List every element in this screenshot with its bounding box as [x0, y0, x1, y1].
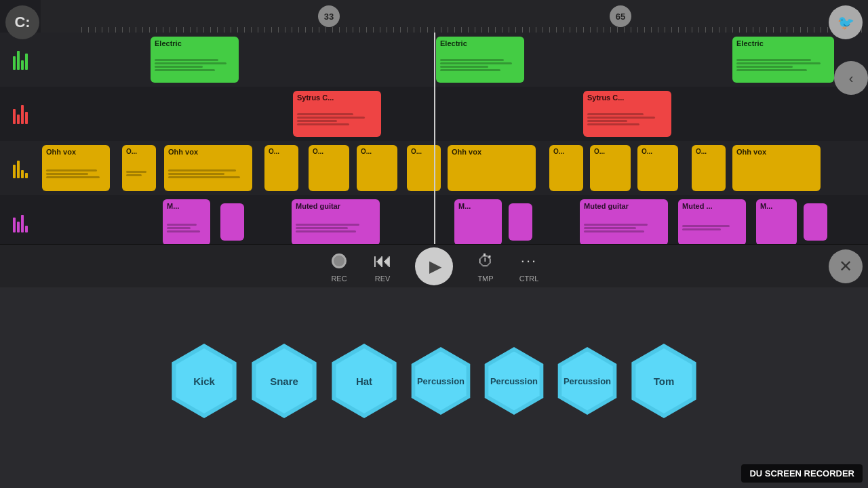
tick-mark	[692, 27, 692, 33]
pad-tom[interactable]: Tom	[627, 344, 701, 418]
playhead	[434, 33, 435, 244]
pad-snare-wrapper: Snare	[247, 344, 321, 418]
clip-ohh-5[interactable]: O...	[309, 145, 349, 191]
timeline-marker-65: 65	[610, 5, 631, 27]
tick-mark	[481, 27, 482, 33]
tick-mark	[108, 27, 109, 33]
tick-mark	[604, 27, 604, 33]
control-bar: REC ⏮ REV ▶ ⏱ TMP ··· CTRL	[0, 244, 868, 287]
pad-kick[interactable]: Kick	[167, 344, 241, 418]
clip-muted-2[interactable]	[220, 203, 244, 241]
tmp-button[interactable]: ⏱ TMP	[475, 250, 496, 283]
tick-mark	[651, 27, 652, 33]
track-electric-icon	[0, 33, 41, 87]
clip-ohh-10[interactable]: O...	[590, 145, 631, 191]
clip-ohh-2[interactable]: O...	[122, 145, 156, 191]
pad-hat-inner: Hat	[332, 348, 397, 413]
timeline: 33 65 (function(){ const tl = document.g…	[41, 0, 868, 33]
tick-mark	[414, 27, 414, 33]
tick-mark	[203, 27, 204, 33]
clip-electric-3[interactable]: Electric	[732, 37, 834, 83]
tick-mark	[495, 27, 496, 33]
close-button[interactable]: ✕	[829, 249, 863, 283]
pad-snare[interactable]: Snare	[247, 344, 321, 418]
clip-electric-2[interactable]: Electric	[436, 37, 524, 83]
tick-mark	[658, 27, 658, 33]
clip-muted-5[interactable]	[509, 203, 532, 241]
tick-mark	[814, 27, 814, 33]
tick-mark	[353, 27, 353, 33]
tick-mark	[821, 27, 821, 33]
pad-hat[interactable]: Hat	[327, 344, 401, 418]
play-button[interactable]: ▶	[415, 247, 453, 285]
tick-mark	[278, 27, 279, 33]
clip-ohh-13[interactable]: Ohh vox	[732, 145, 821, 191]
clip-ohh-8[interactable]: Ohh vox	[448, 145, 536, 191]
clip-ohh-7[interactable]: O...	[407, 145, 441, 191]
pads-area: Kick Snare Hat	[0, 287, 868, 488]
pad-kick-wrapper: Kick	[167, 344, 241, 418]
tick-mark	[536, 27, 536, 33]
right-nav: ‹	[834, 61, 868, 95]
clip-ohh-1[interactable]: Ohh vox	[42, 145, 110, 191]
pad-snare-inner: Snare	[252, 348, 317, 413]
app-logo[interactable]: C:	[5, 5, 39, 39]
tick-mark	[502, 27, 502, 33]
track-ohh-icon	[0, 141, 41, 195]
tick-mark	[305, 27, 306, 33]
du-screen-recorder-badge: DU SCREEN RECORDER	[741, 464, 863, 483]
tick-mark	[88, 27, 89, 33]
clip-muted-9[interactable]	[804, 203, 827, 241]
tick-mark	[549, 27, 550, 33]
bird-button[interactable]: 🐦	[829, 5, 863, 39]
pad-percussion-1-wrapper: Percussion	[407, 347, 475, 415]
tick-mark	[136, 27, 136, 33]
tick-mark	[190, 27, 191, 33]
clip-muted-3[interactable]: Muted guitar	[292, 199, 380, 244]
pad-percussion-1-inner: Percussion	[412, 352, 471, 411]
clip-sytrus-2[interactable]: Sytrus C...	[583, 91, 671, 137]
tick-mark	[292, 27, 292, 33]
tick-mark	[678, 27, 679, 33]
tick-mark	[231, 27, 231, 33]
clip-muted-8[interactable]: M...	[756, 199, 797, 244]
tick-mark	[617, 27, 618, 33]
ctrl-button[interactable]: ··· CTRL	[518, 250, 540, 283]
tick-mark	[298, 27, 299, 33]
tick-mark	[793, 27, 794, 33]
clip-muted-6[interactable]: Muted guitar	[580, 199, 668, 244]
clip-ohh-6[interactable]: O...	[357, 145, 397, 191]
tick-mark	[244, 27, 245, 33]
tick-mark	[719, 27, 719, 33]
pad-kick-inner: Kick	[172, 348, 237, 413]
rec-button[interactable]: REC	[328, 250, 350, 283]
tick-mark	[780, 27, 781, 33]
tick-mark	[197, 27, 197, 33]
pad-percussion-3[interactable]: Percussion	[553, 347, 621, 415]
clip-ohh-12[interactable]: O...	[692, 145, 726, 191]
tick-mark	[773, 27, 774, 33]
tick-mark	[468, 27, 469, 33]
tick-mark	[176, 27, 177, 33]
clip-muted-7[interactable]: Muted ...	[678, 199, 746, 244]
collapse-button[interactable]: ‹	[834, 61, 868, 95]
clip-ohh-11[interactable]: O...	[637, 145, 678, 191]
clip-ohh-3[interactable]: Ohh vox	[164, 145, 252, 191]
tick-mark	[332, 27, 333, 33]
clip-ohh-4[interactable]: O...	[264, 145, 298, 191]
pad-percussion-1[interactable]: Percussion	[407, 347, 475, 415]
pad-percussion-2[interactable]: Percussion	[480, 347, 548, 415]
tick-mark	[434, 27, 435, 33]
clip-ohh-9[interactable]: O...	[549, 145, 583, 191]
clip-muted-1[interactable]: M...	[163, 199, 210, 244]
pad-percussion-3-wrapper: Percussion	[553, 347, 621, 415]
tick-mark	[712, 27, 713, 33]
clip-sytrus-1[interactable]: Sytrus C...	[293, 91, 381, 137]
rev-button[interactable]: ⏮ REV	[372, 250, 393, 283]
clip-muted-4[interactable]: M...	[454, 199, 502, 244]
tick-mark	[556, 27, 557, 33]
tick-mark	[271, 27, 272, 33]
tick-mark	[746, 27, 747, 33]
tick-mark	[509, 27, 509, 33]
clip-electric-1[interactable]: Electric	[151, 37, 239, 83]
